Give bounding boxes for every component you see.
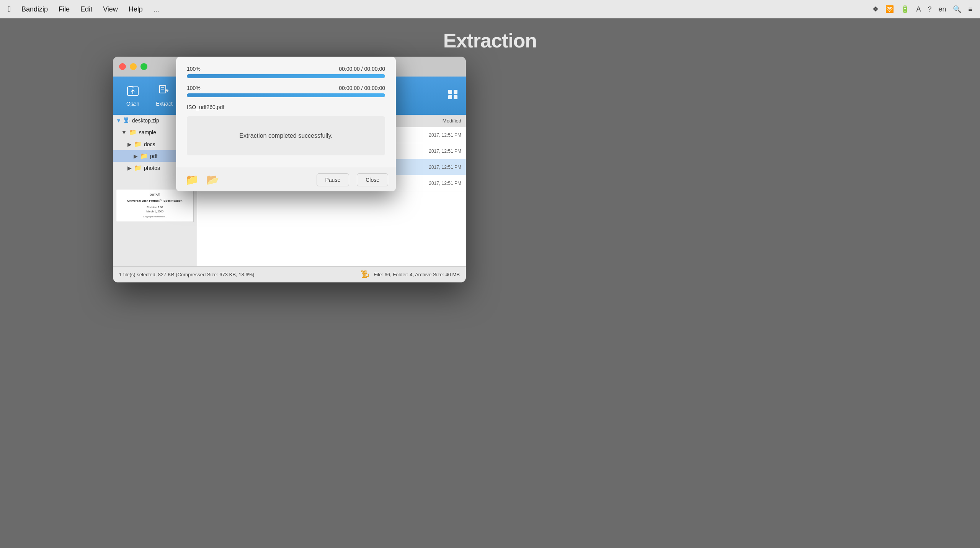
minimize-button[interactable]	[130, 63, 137, 70]
progress-row-1: 100% 00:00:00 / 00:00:00	[187, 66, 385, 72]
chevron-down-icon: ▼	[116, 117, 121, 124]
menu-help[interactable]: Help	[129, 5, 143, 13]
archive-icon-status: 🗜	[361, 270, 369, 280]
folder-icon-pdf: 📁	[140, 152, 148, 160]
language-icon: en	[938, 5, 946, 13]
list-icon[interactable]: ≡	[968, 5, 972, 13]
open-icon	[126, 84, 140, 98]
status-left: 1 file(s) selected, 827 KB (Compressed S…	[119, 272, 254, 277]
svg-rect-28	[454, 90, 457, 94]
progress-bar-2-container	[187, 93, 385, 97]
menubar:  Bandizip File Edit View Help ... ❖ 🛜 🔋…	[0, 0, 980, 18]
menu-more[interactable]: ...	[154, 5, 159, 13]
progress2-percent: 100%	[187, 85, 201, 91]
battery-icon: 🔋	[901, 5, 909, 13]
progress-bar-1-container	[187, 74, 385, 78]
tree-label-sample: sample	[139, 129, 156, 135]
pdf-preview-content: OSTA© Universal Disk Format™ Specificati…	[119, 192, 190, 219]
tree-label-desktopzip: desktop.zip	[132, 117, 159, 124]
extraction-dialog: 100% 00:00:00 / 00:00:00 100% 00:00:00 /…	[176, 57, 396, 191]
page-title: Extraction	[0, 18, 980, 63]
open-dest-folder-button[interactable]: 📂	[204, 172, 220, 188]
progress-bar-2-fill	[187, 93, 385, 97]
success-message: Extraction completed successfully.	[239, 132, 332, 139]
folder-icon-docs: 📁	[134, 140, 142, 148]
dropbox-icon: ❖	[872, 5, 879, 13]
folder-icon-sample: 📁	[129, 129, 137, 136]
tree-label-photos: photos	[144, 165, 160, 171]
status-right-text: File: 66, Folder: 4, Archive Size: 40 MB	[374, 272, 460, 277]
progress-row-2: 100% 00:00:00 / 00:00:00	[187, 85, 385, 91]
zip-icon: 🗜	[124, 117, 130, 124]
extract-button[interactable]: Extract ▼	[149, 80, 180, 111]
file-modified-1: 2017, 12:51 PM	[404, 132, 461, 138]
svg-rect-30	[454, 95, 457, 99]
menu-view[interactable]: View	[103, 5, 118, 13]
tree-label-pdf: pdf	[150, 153, 157, 159]
file-modified-4: 2017, 12:51 PM	[404, 181, 461, 186]
maximize-button[interactable]	[140, 63, 147, 70]
success-area: Extraction completed successfully.	[187, 116, 385, 155]
menu-bandizip[interactable]: Bandizip	[21, 5, 48, 13]
col-header-modified: Modified	[400, 118, 461, 124]
open-arrow-icon: ▼	[131, 102, 136, 108]
svg-rect-27	[448, 90, 452, 94]
chevron-down-icon-sample: ▼	[121, 129, 127, 135]
apple-menu[interactable]: 	[8, 4, 11, 14]
progress1-percent: 100%	[187, 66, 201, 72]
wifi-icon: 🛜	[885, 5, 894, 13]
progress2-time: 00:00:00 / 00:00:00	[339, 85, 385, 91]
close-button-dialog[interactable]: Close	[357, 173, 388, 186]
status-right: 🗜 File: 66, Folder: 4, Archive Size: 40 …	[361, 270, 460, 280]
chevron-right-icon-docs: ▶	[127, 141, 132, 147]
folder-dest-icon: 📂	[206, 173, 219, 186]
menu-edit[interactable]: Edit	[80, 5, 92, 13]
menubar-right: ❖ 🛜 🔋 A ? en 🔍 ≡	[872, 5, 972, 13]
current-file: ISO_udf260.pdf	[187, 104, 385, 110]
svg-rect-29	[448, 95, 452, 99]
progress1-time: 00:00:00 / 00:00:00	[339, 66, 385, 72]
open-button[interactable]: Open ▼	[118, 80, 148, 111]
close-button[interactable]	[119, 63, 126, 70]
folder-icon-photos: 📁	[134, 164, 142, 171]
file-modified-2: 2017, 12:51 PM	[404, 148, 461, 154]
dialog-body: 100% 00:00:00 / 00:00:00 100% 00:00:00 /…	[176, 57, 396, 168]
tree-label-docs: docs	[144, 141, 155, 147]
pdf-preview: OSTA© Universal Disk Format™ Specificati…	[116, 189, 194, 222]
extract-icon	[157, 84, 171, 98]
font-icon: A	[916, 5, 921, 13]
status-bar: 1 file(s) selected, 827 KB (Compressed S…	[113, 266, 466, 282]
menu-file[interactable]: File	[59, 5, 70, 13]
pause-button[interactable]: Pause	[317, 173, 350, 186]
dialog-footer: 📁 📂 Pause Close	[176, 168, 396, 191]
folder-source-icon: 📁	[185, 173, 199, 186]
chevron-right-icon-photos: ▶	[127, 165, 132, 171]
grid-icon	[448, 89, 458, 100]
help-icon: ?	[928, 5, 931, 13]
open-source-folder-button[interactable]: 📁	[184, 172, 200, 188]
file-modified-3: 2017, 12:51 PM	[404, 165, 461, 170]
search-menubar-icon[interactable]: 🔍	[953, 5, 961, 13]
window-controls	[119, 63, 147, 70]
progress-bar-1-fill	[187, 74, 385, 78]
grid-view-button[interactable]	[444, 86, 461, 106]
chevron-right-icon-pdf: ▶	[134, 153, 138, 159]
extract-arrow-icon: ▼	[162, 102, 167, 108]
